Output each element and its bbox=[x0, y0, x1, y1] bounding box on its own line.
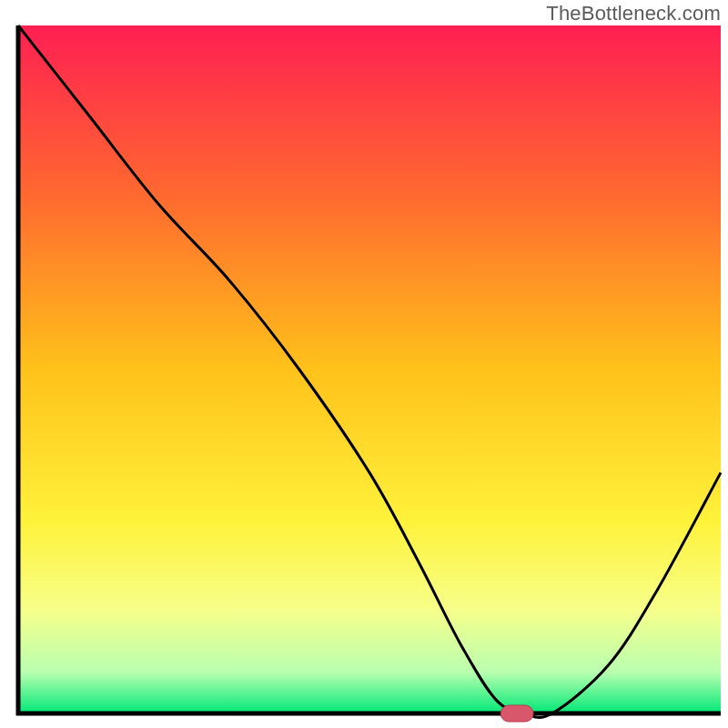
chart-container: TheBottleneck.com bbox=[0, 0, 728, 728]
chart-svg bbox=[0, 0, 728, 728]
watermark-text: TheBottleneck.com bbox=[546, 2, 721, 25]
plot-background bbox=[18, 25, 721, 713]
optimal-marker bbox=[500, 705, 533, 722]
